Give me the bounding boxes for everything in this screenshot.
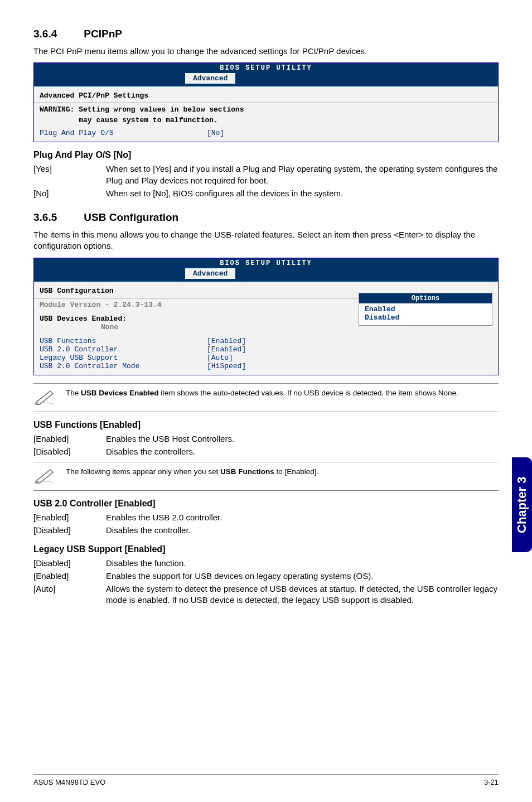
bios-setting-row: Legacy USB Support[Auto] [40, 354, 359, 362]
bios-setting-key: Legacy USB Support [40, 354, 207, 362]
bios-setting-value: [Auto] [207, 354, 233, 362]
bios-setting-value: [Enabled] [207, 345, 246, 354]
section-heading-usbconf: 3.6.5 USB Configuration [33, 211, 499, 224]
bios-tab-advanced: Advanced [185, 73, 236, 84]
note-bold: USB Devices Enabled [81, 389, 159, 397]
bios-warning-line1: WARNING: Setting wrong values in below s… [40, 104, 492, 115]
definition: When set to [No], BIOS configures all th… [106, 188, 499, 199]
list-item: [Enabled] Enables the USB Host Controlle… [33, 433, 499, 445]
term: [Disabled] [33, 446, 106, 457]
term: [Disabled] [33, 525, 106, 536]
term: [No] [33, 188, 106, 199]
section-title: PCIPnP [84, 28, 122, 40]
definition: When set to [Yes] and if you install a P… [106, 163, 499, 186]
footer-right: 3-21 [484, 778, 499, 786]
note-suffix: item shows the auto-detected values. If … [159, 389, 458, 397]
bios-setting-row: USB 2.0 Controller[Enabled] [40, 345, 359, 354]
definition: Enables the support for USB devices on l… [106, 571, 499, 582]
bios-header: BIOS SETUP UTILITY [34, 63, 498, 73]
bios-options-body: Enabled Disabled [359, 303, 492, 325]
bios-devices-title: USB Devices Enabled: [40, 315, 359, 323]
usbconf-intro-text: The items in this menu allows you to cha… [33, 229, 499, 252]
bios-setting-row: USB Functions[Enabled] [40, 337, 359, 345]
list-item: [Yes] When set to [Yes] and if you insta… [33, 163, 499, 186]
bios-warning-line2: may cause system to malfunction. [40, 115, 492, 125]
pcipnp-intro-text: The PCI PnP menu items allow you to chan… [33, 46, 499, 57]
section-heading-pcipnp: 3.6.4 PCIPnP [33, 28, 499, 40]
bios-tab-advanced: Advanced [185, 268, 236, 279]
section-title: USB Configuration [84, 211, 178, 223]
bios-setting-key: Plug And Play O/S [40, 129, 207, 137]
pencil-icon [33, 467, 56, 486]
note-text: The following items appear only when you… [66, 467, 318, 477]
bios-tab-row: Advanced [34, 73, 498, 86]
deflist-usb20: [Enabled] Enables the USB 2.0 controller… [33, 512, 499, 537]
definition: Disables the controller. [106, 525, 499, 536]
bios-panel-usbconf: BIOS SETUP UTILITY Advanced USB Configur… [33, 258, 499, 375]
definition: Disables the controllers. [106, 446, 499, 457]
bios-setting-value: [No] [207, 129, 224, 137]
note-box: The USB Devices Enabled item shows the a… [33, 383, 499, 412]
list-item: [Disabled] Disables the controller. [33, 525, 499, 536]
deflist-plugplay: [Yes] When set to [Yes] and if you insta… [33, 163, 499, 199]
pencil-icon [33, 388, 56, 407]
bios-right-column: Options Enabled Disabled [359, 285, 492, 370]
bios-body: USB Configuration Module Version - 2.24.… [34, 282, 498, 375]
bios-header: BIOS SETUP UTILITY [34, 258, 498, 268]
definition: Allows the system to detect the presence… [106, 583, 499, 606]
note-text: The USB Devices Enabled item shows the a… [66, 388, 458, 398]
footer-left: ASUS M4N98TD EVO [33, 778, 105, 786]
note-prefix: The following items appear only when you… [66, 467, 220, 476]
subheading-legacy: Legacy USB Support [Enabled] [33, 544, 499, 554]
definition: Enables the USB 2.0 controller. [106, 512, 499, 523]
note-box: The following items appear only when you… [33, 462, 499, 491]
bios-tab-row: Advanced [34, 268, 498, 282]
bios-setting-key: USB 2.0 Controller [40, 345, 207, 354]
bios-panel-pcipnp: BIOS SETUP UTILITY Advanced Advanced PCI… [33, 62, 499, 142]
note-suffix: to [Enabled]. [274, 467, 319, 476]
divider [34, 298, 359, 298]
page-footer: ASUS M4N98TD EVO 3-21 [33, 774, 499, 786]
bios-section-title: USB Configuration [40, 285, 359, 297]
bios-setting-value: [Enabled] [207, 337, 246, 345]
deflist-legacy: [Disabled] Disables the function. [Enabl… [33, 558, 499, 606]
deflist-usbfunctions: [Enabled] Enables the USB Host Controlle… [33, 433, 499, 458]
section-number: 3.6.4 [33, 28, 81, 40]
term: [Disabled] [33, 558, 106, 569]
bios-module-line: Module Version - 2.24.3-13.4 [40, 299, 359, 310]
list-item: [Enabled] Enables the support for USB de… [33, 571, 499, 582]
bios-section-title: Advanced PCI/PnP Settings [40, 90, 492, 102]
bios-option: Disabled [365, 313, 486, 322]
list-item: [Disabled] Disables the controllers. [33, 446, 499, 457]
subheading-usbfunctions: USB Functions [Enabled] [33, 420, 499, 430]
list-item: [Enabled] Enables the USB 2.0 controller… [33, 512, 499, 523]
bios-option: Enabled [365, 305, 486, 313]
list-item: [Disabled] Disables the function. [33, 558, 499, 569]
definition: Disables the function. [106, 558, 499, 569]
section-number: 3.6.5 [33, 211, 81, 224]
list-item: [No] When set to [No], BIOS configures a… [33, 188, 499, 199]
term: [Auto] [33, 583, 106, 606]
note-prefix: The [66, 389, 81, 397]
bios-options-box: Options Enabled Disabled [359, 293, 492, 326]
note-bold: USB Functions [220, 467, 274, 476]
term: [Enabled] [33, 571, 106, 582]
term: [Enabled] [33, 512, 106, 523]
bios-body: Advanced PCI/PnP Settings WARNING: Setti… [34, 86, 498, 142]
subheading-plugplay: Plug And Play O/S [No] [33, 150, 499, 160]
subheading-usb20: USB 2.0 Controller [Enabled] [33, 499, 499, 509]
bios-options-title: Options [359, 293, 492, 303]
bios-setting-value: [HiSpeed] [207, 362, 246, 370]
divider [34, 103, 498, 103]
bios-setting-row: USB 2.0 Controller Mode[HiSpeed] [40, 362, 359, 370]
definition: Enables the USB Host Controllers. [106, 433, 499, 445]
list-item: [Auto] Allows the system to detect the p… [33, 583, 499, 606]
term: [Enabled] [33, 433, 106, 445]
bios-setting-key: USB 2.0 Controller Mode [40, 362, 207, 370]
bios-setting-row: Plug And Play O/S [No] [40, 129, 492, 137]
bios-setting-key: USB Functions [40, 337, 207, 345]
bios-devices-value: None [40, 323, 359, 331]
bios-left-column: USB Configuration Module Version - 2.24.… [40, 285, 359, 370]
term: [Yes] [33, 163, 106, 186]
chapter-side-tab: Chapter 3 [512, 457, 532, 552]
